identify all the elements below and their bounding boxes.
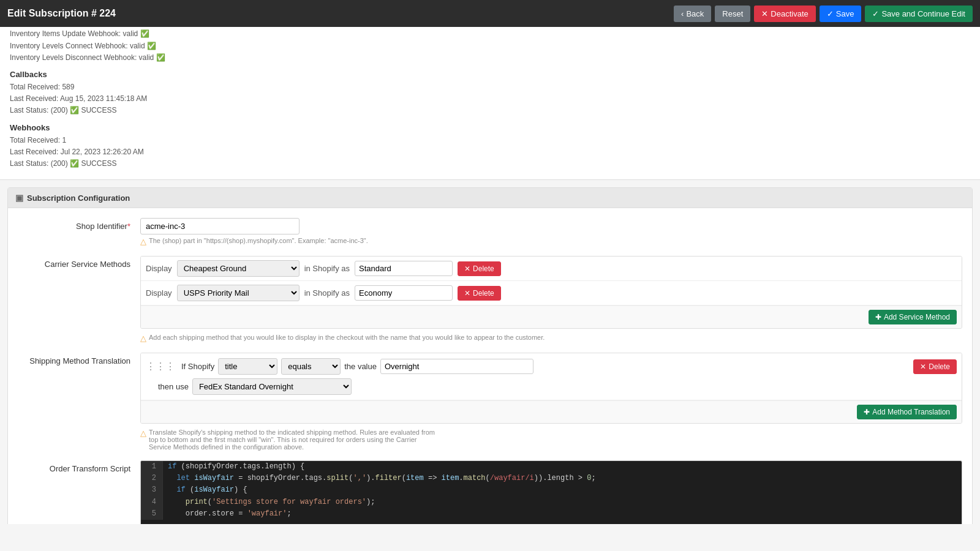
x-icon: ✕: [761, 9, 768, 18]
shop-identifier-label: Shop Identifier*: [18, 218, 140, 231]
config-section-header: ▣ Subscription Configuration: [8, 188, 972, 208]
carrier-hint: △ Add each shipping method that you woul…: [140, 334, 962, 343]
carrier-delete-button-1[interactable]: ✕ Delete: [458, 286, 501, 301]
translation-value-input-0[interactable]: [380, 359, 533, 374]
carrier-service-methods-content: Display Cheapest Ground USPS Priority Ma…: [140, 256, 962, 343]
add-service-method-row: ✚ Add Service Method: [141, 305, 962, 328]
check-icon: ✓: [827, 9, 834, 18]
save-button[interactable]: ✓ Save: [820, 6, 862, 22]
page-title: Edit Subscription # 224: [7, 8, 116, 19]
section-icon: ▣: [15, 193, 23, 203]
required-star: *: [127, 222, 130, 231]
carrier-service-methods-label: Carrier Service Methods: [18, 256, 140, 269]
webhooks-total: Total Received: 1: [10, 135, 970, 146]
code-line-3: 3 if (isWayfair) {: [141, 484, 962, 496]
webhooks-last-status: Last Status: (200) ✅ SUCCESS: [10, 158, 970, 170]
drag-handle-0[interactable]: ⋮⋮⋮: [146, 361, 175, 372]
code-line-2: 2 let isWayfair = shopifyOrder.tags.spli…: [141, 473, 962, 484]
order-transform-content: 1 if (shopifyOrder.tags.length) { 2 let …: [140, 460, 962, 524]
carrier-shopify-input-0[interactable]: [355, 261, 453, 276]
if-shopify-label: If Shopify: [181, 362, 214, 371]
carrier-display-select-1[interactable]: Cheapest Ground USPS Priority Mail FedEx…: [177, 285, 300, 301]
translation-hint: △ Translate Shopify's shipping method to…: [140, 429, 962, 451]
then-use-select-0[interactable]: FedEx Standard Overnight FedEx 2Day USPS…: [192, 378, 352, 395]
shopify-label-1: in Shopify as: [304, 288, 350, 298]
carrier-delete-button-0[interactable]: ✕ Delete: [458, 261, 501, 276]
callbacks-last-received: Last Received: Aug 15, 2023 11:45:18 AM: [10, 93, 970, 105]
add-method-translation-button[interactable]: ✚ Add Method Translation: [857, 405, 957, 419]
action-buttons: ‹ Back Reset ✕ Deactivate ✓ Save ✓ Save …: [674, 6, 973, 22]
translation-row-top-0: ⋮⋮⋮ If Shopify title code description eq…: [146, 358, 957, 375]
info-section: Fulfillment Service: valid ✅ (Red Stag F…: [0, 0, 980, 180]
translation-container: ⋮⋮⋮ If Shopify title code description eq…: [140, 353, 962, 424]
carrier-row-0: Display Cheapest Ground USPS Priority Ma…: [141, 257, 962, 281]
save-continue-button[interactable]: ✓ Save and Continue Edit: [865, 6, 973, 22]
shipping-translation-content: ⋮⋮⋮ If Shopify title code description eq…: [140, 353, 962, 451]
deactivate-button[interactable]: ✕ Deactivate: [754, 6, 815, 22]
add-translation-row: ✚ Add Method Translation: [141, 400, 962, 423]
main-content: Fulfillment Service: valid ✅ (Red Stag F…: [0, 0, 980, 524]
translation-delete-button-0[interactable]: ✕ Delete: [913, 359, 957, 374]
callbacks-last-status: Last Status: (200) ✅ SUCCESS: [10, 105, 970, 116]
warning-icon: △: [140, 237, 146, 246]
translation-field-select-0[interactable]: title code description: [218, 358, 277, 375]
shop-identifier-hint: △ The (shop) part in "https://(shop).mys…: [140, 237, 962, 246]
then-use-label: then use: [158, 382, 189, 391]
code-editor[interactable]: 1 if (shopifyOrder.tags.length) { 2 let …: [140, 460, 962, 524]
code-line-4: 4 print('Settings store for wayfair orde…: [141, 497, 962, 508]
config-body: Shop Identifier* △ The (shop) part in "h…: [8, 208, 972, 524]
x-icon-0: ✕: [464, 264, 470, 273]
translation-row-bottom-0: then use FedEx Standard Overnight FedEx …: [146, 378, 957, 395]
x-icon-1: ✕: [464, 289, 470, 298]
x-icon-trans-0: ✕: [920, 362, 926, 371]
order-transform-label: Order Transform Script: [18, 460, 140, 473]
warning-icon-2: △: [140, 334, 146, 343]
translation-condition-select-0[interactable]: equals contains starts_with ends_with: [281, 358, 341, 375]
carrier-service-methods-row: Carrier Service Methods Display Cheapest…: [18, 256, 962, 343]
inventory-update-webhook-line: Inventory Items Update Webhook: valid ✅: [10, 28, 970, 40]
shipping-translation-label: Shipping Method Translation: [18, 353, 140, 365]
plus-circle-icon-2: ✚: [864, 408, 870, 416]
webhooks-heading: Webhooks: [10, 123, 970, 132]
code-line-1: 1 if (shopifyOrder.tags.length) {: [141, 461, 962, 473]
warning-icon-3: △: [140, 429, 146, 438]
callbacks-heading: Callbacks: [10, 70, 970, 79]
reset-button[interactable]: Reset: [715, 6, 750, 22]
back-icon: ‹: [681, 9, 684, 18]
check-circle-icon: ✓: [872, 9, 879, 18]
carrier-display-select-0[interactable]: Cheapest Ground USPS Priority Mail FedEx…: [177, 260, 300, 277]
code-line-5: 5 order.store = 'wayfair';: [141, 508, 962, 520]
shop-identifier-input[interactable]: [140, 218, 300, 234]
shop-identifier-content: △ The (shop) part in "https://(shop).mys…: [140, 218, 962, 246]
the-value-label: the value: [344, 362, 377, 371]
shopify-label-0: in Shopify as: [304, 264, 350, 273]
plus-circle-icon: ✚: [875, 313, 881, 321]
order-transform-row: Order Transform Script 1 if (shopifyOrde…: [18, 460, 962, 524]
shipping-translation-row: Shipping Method Translation ⋮⋮⋮ If Shopi…: [18, 353, 962, 451]
translation-row-0: ⋮⋮⋮ If Shopify title code description eq…: [141, 353, 962, 400]
shop-identifier-row: Shop Identifier* △ The (shop) part in "h…: [18, 218, 962, 246]
inventory-connect-webhook-line: Inventory Levels Connect Webhook: valid …: [10, 40, 970, 52]
add-service-method-button[interactable]: ✚ Add Service Method: [869, 310, 957, 324]
carrier-row-1: Display Cheapest Ground USPS Priority Ma…: [141, 281, 962, 305]
translation-hint-text: Translate Shopify's shipping method to t…: [149, 429, 435, 451]
display-label-0: Display: [146, 264, 172, 273]
carrier-shopify-input-1[interactable]: [355, 285, 453, 301]
top-bar: Edit Subscription # 224 ‹ Back Reset ✕ D…: [0, 0, 980, 27]
carrier-methods-container: Display Cheapest Ground USPS Priority Ma…: [140, 256, 962, 329]
webhooks-last-received: Last Received: Jul 22, 2023 12:26:20 AM: [10, 146, 970, 158]
subscription-config-section: ▣ Subscription Configuration Shop Identi…: [7, 187, 973, 524]
display-label-1: Display: [146, 288, 172, 298]
back-button[interactable]: ‹ Back: [674, 6, 711, 22]
callbacks-total: Total Received: 589: [10, 81, 970, 93]
inventory-disconnect-webhook-line: Inventory Levels Disconnect Webhook: val…: [10, 52, 970, 64]
